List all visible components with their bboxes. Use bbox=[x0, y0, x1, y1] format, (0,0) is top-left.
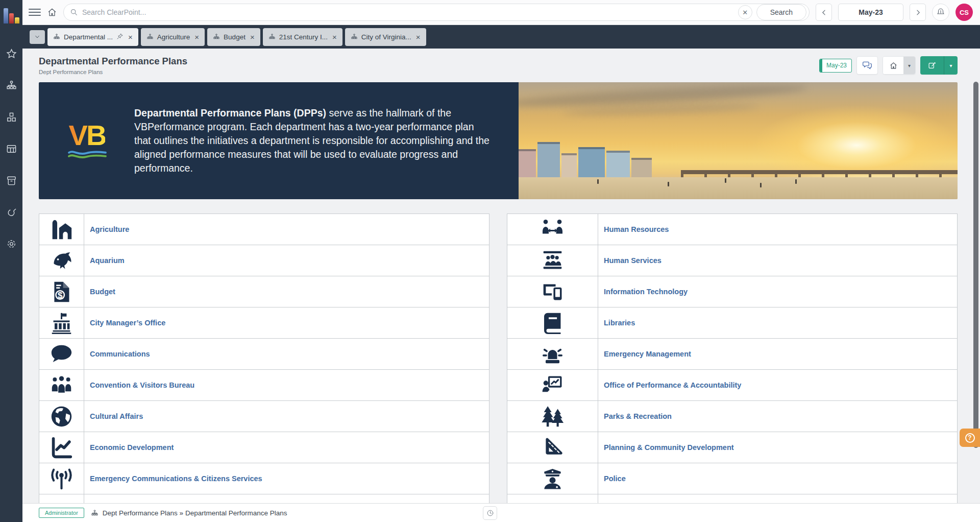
vertical-scrollbar[interactable] bbox=[973, 82, 978, 448]
scorecard-icon bbox=[351, 33, 358, 40]
favorites-star-icon[interactable] bbox=[5, 47, 18, 60]
scorecard-icon bbox=[91, 509, 99, 517]
notifications-bell-icon[interactable] bbox=[932, 4, 949, 21]
tab-close-icon[interactable]: × bbox=[331, 33, 337, 41]
department-cell: Budget bbox=[84, 276, 489, 307]
department-link[interactable]: Emergency Management bbox=[604, 350, 691, 358]
search-clear-icon[interactable]: ✕ bbox=[738, 5, 752, 19]
help-button[interactable]: ? bbox=[960, 429, 980, 447]
department-cell: Emergency Management bbox=[598, 339, 957, 369]
department-row: Communications bbox=[39, 339, 489, 370]
tab-departmental[interactable]: Departmental ... × bbox=[47, 28, 138, 46]
vb-logo: VB bbox=[60, 123, 114, 158]
partial-right-icon bbox=[507, 494, 598, 503]
department-link[interactable]: City Manager’s Office bbox=[90, 319, 165, 327]
department-link[interactable]: Office of Performance & Accountability bbox=[604, 381, 741, 389]
home-icon[interactable] bbox=[47, 7, 57, 17]
home-dropdown-caret-icon[interactable]: ▾ bbox=[903, 57, 915, 74]
menu-hamburger-icon[interactable] bbox=[29, 9, 41, 16]
global-search: ✕ Search bbox=[63, 4, 810, 21]
pin-icon[interactable] bbox=[116, 33, 124, 41]
tab-close-icon[interactable]: × bbox=[193, 33, 199, 41]
edit-button[interactable]: ▾ bbox=[920, 56, 958, 75]
question-icon: ? bbox=[965, 433, 975, 443]
period-next-button[interactable] bbox=[910, 4, 926, 21]
department-link[interactable]: Communications bbox=[90, 350, 150, 358]
elements-cubes-icon[interactable] bbox=[5, 110, 18, 124]
department-row: Emergency Management bbox=[507, 339, 957, 370]
department-link[interactable]: Budget bbox=[90, 288, 115, 296]
department-link[interactable]: Parks & Recreation bbox=[604, 412, 672, 420]
department-cell: Parks & Recreation bbox=[598, 401, 957, 432]
tab-budget[interactable]: Budget × bbox=[207, 28, 260, 46]
tab-city-of-virginia[interactable]: City of Virginia... × bbox=[345, 28, 426, 46]
department-link[interactable]: Convention & Visitors Bureau bbox=[90, 381, 194, 389]
department-link[interactable]: Information Technology bbox=[604, 288, 688, 296]
settings-gear-icon[interactable] bbox=[5, 237, 18, 250]
department-row: Police bbox=[507, 463, 957, 494]
department-row bbox=[507, 494, 957, 503]
department-row: Libraries bbox=[507, 307, 957, 339]
tab-21st-century[interactable]: 21st Century I... × bbox=[263, 28, 342, 46]
department-row: Human Services bbox=[507, 245, 957, 276]
tabs-collapse-chevron-icon[interactable] bbox=[30, 30, 45, 44]
svg-text:$: $ bbox=[58, 290, 63, 300]
home-view-button[interactable]: ▾ bbox=[883, 56, 916, 75]
intro-banner: VB Departmental Performance Plans (DPPs)… bbox=[39, 82, 958, 199]
tab-close-icon[interactable]: × bbox=[249, 33, 255, 41]
speech-bubble-icon bbox=[39, 339, 84, 369]
department-cell: Emergency Communications & Citizens Serv… bbox=[84, 463, 489, 494]
period-selector[interactable]: May-23 bbox=[838, 4, 903, 21]
period-prev-button[interactable] bbox=[816, 4, 832, 21]
chart-line-icon bbox=[39, 432, 84, 463]
scorecards-sitemap-icon[interactable] bbox=[5, 79, 18, 92]
tab-label: 21st Century I... bbox=[279, 33, 328, 41]
scorecard-icon bbox=[268, 33, 276, 40]
department-link[interactable]: Libraries bbox=[604, 319, 635, 327]
search-input[interactable] bbox=[82, 8, 734, 16]
beach-sunset-photo bbox=[519, 82, 958, 199]
people-meeting-icon bbox=[507, 245, 598, 276]
archive-box-icon[interactable] bbox=[5, 174, 18, 187]
department-link[interactable]: Aquarium bbox=[90, 256, 125, 265]
app-window: ✕ Search May-23 CS Departmental ... bbox=[0, 0, 980, 522]
government-icon bbox=[39, 307, 84, 338]
search-button[interactable]: Search bbox=[756, 4, 806, 20]
top-bar: ✕ Search May-23 CS bbox=[22, 0, 980, 25]
department-link[interactable]: Human Services bbox=[604, 256, 662, 265]
department-cell: Human Resources bbox=[598, 214, 957, 245]
department-row: Economic Development bbox=[39, 432, 489, 463]
department-link[interactable]: Planning & Community Development bbox=[604, 443, 734, 452]
tab-close-icon[interactable]: × bbox=[127, 33, 133, 41]
partial-left-icon bbox=[39, 494, 84, 503]
tab-close-icon[interactable]: × bbox=[415, 33, 421, 41]
department-link[interactable]: Police bbox=[604, 474, 626, 483]
police-icon bbox=[507, 463, 598, 494]
edit-dropdown-caret-icon[interactable]: ▾ bbox=[944, 56, 958, 75]
department-link[interactable]: Emergency Communications & Citizens Serv… bbox=[90, 474, 262, 483]
home-icon bbox=[889, 61, 898, 70]
department-row: Planning & Community Development bbox=[507, 432, 957, 463]
grid-table-icon[interactable] bbox=[5, 142, 18, 155]
department-row bbox=[39, 494, 489, 503]
department-link[interactable]: Agriculture bbox=[90, 225, 129, 233]
role-badge: Administrator bbox=[39, 508, 84, 518]
barn-icon bbox=[39, 214, 84, 245]
user-avatar[interactable]: CS bbox=[955, 4, 973, 21]
presentation-icon bbox=[507, 370, 598, 400]
department-cell: Libraries bbox=[598, 307, 957, 338]
department-cell: Information Technology bbox=[598, 276, 957, 307]
department-row: City Manager’s Office bbox=[39, 307, 489, 339]
tab-agriculture[interactable]: Agriculture × bbox=[141, 28, 205, 46]
period-badge[interactable]: May-23 bbox=[819, 59, 852, 73]
devices-icon bbox=[507, 276, 598, 307]
department-link[interactable]: Human Resources bbox=[604, 225, 669, 233]
department-link[interactable]: Economic Development bbox=[90, 443, 174, 452]
comments-button[interactable] bbox=[856, 56, 878, 75]
sync-swoosh-icon[interactable] bbox=[5, 205, 18, 219]
left-sidebar bbox=[0, 0, 22, 522]
department-link[interactable]: Cultural Affairs bbox=[90, 412, 143, 420]
history-clock-icon[interactable] bbox=[483, 506, 497, 520]
sidebar-nav bbox=[5, 47, 18, 257]
department-cell: Police bbox=[598, 463, 957, 494]
